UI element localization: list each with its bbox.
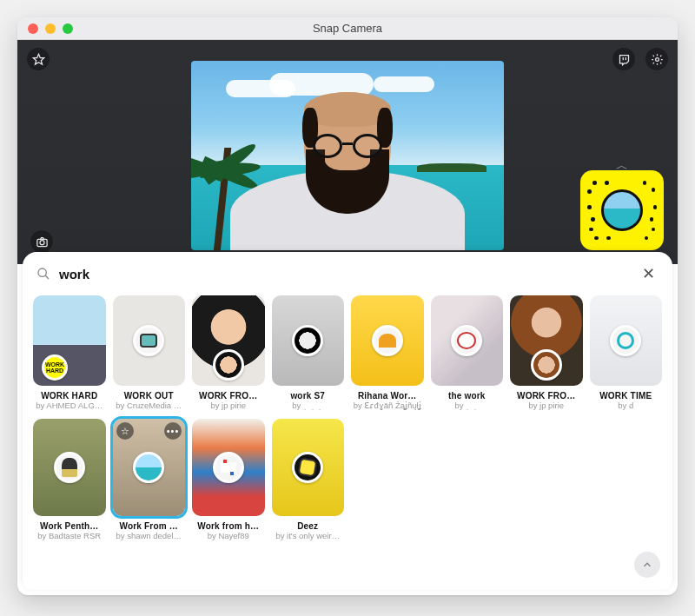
preview-person xyxy=(230,92,465,250)
svg-point-1 xyxy=(655,57,659,61)
lens-name: Work From … xyxy=(113,521,186,531)
lens-author: by AHMED ALG… xyxy=(33,401,106,410)
scroll-to-top-button[interactable] xyxy=(634,552,660,578)
lens-avatar xyxy=(54,452,85,483)
lens-avatar: WORKHARD xyxy=(42,354,68,381)
lens-author: by d xyxy=(590,401,663,410)
lens-grid: WORKHARD WORK HARD by AHMED ALG… WORK OU… xyxy=(23,290,672,549)
lens-author: by ﮼ ﮼ ﮼ xyxy=(272,401,345,410)
close-icon: ✕ xyxy=(642,265,655,282)
take-photo-button[interactable] xyxy=(30,229,54,254)
lens-card[interactable]: WORK FRO… by jp pirie xyxy=(192,295,265,410)
camera-preview-area: ︿ xyxy=(17,40,678,264)
lens-menu-button[interactable]: ••• xyxy=(164,422,182,440)
snapcode[interactable]: ︿ xyxy=(580,165,664,252)
lens-name: WORK HARD xyxy=(33,391,106,401)
lens-name: Rihana Wor… xyxy=(351,391,424,401)
lens-name: Deez xyxy=(272,521,345,531)
star-icon: ☆ xyxy=(121,426,129,437)
lens-card[interactable]: Work Penth… by Badtaste RSR xyxy=(33,419,106,540)
snapcode-icon xyxy=(601,189,643,231)
lens-card[interactable]: the work by ﮼ ﮼ xyxy=(431,295,504,410)
lens-author: by CruzeMedia … xyxy=(113,401,186,410)
clear-search-button[interactable]: ✕ xyxy=(639,264,659,283)
app-window: Snap Camera xyxy=(17,17,678,595)
star-icon xyxy=(32,53,45,66)
lens-author: by ﮼ ﮼ xyxy=(431,401,504,410)
chevron-up-icon xyxy=(641,559,653,571)
close-window-button[interactable] xyxy=(28,23,38,34)
svg-line-5 xyxy=(45,275,49,279)
lens-avatar xyxy=(372,325,403,356)
lens-author: by shawn dedel… xyxy=(113,531,186,540)
minimize-window-button[interactable] xyxy=(45,23,56,34)
svg-marker-0 xyxy=(33,54,44,64)
lens-name: WORK TIME xyxy=(590,391,663,401)
lens-card[interactable]: Deez by it's only weir… xyxy=(272,419,345,540)
lens-name: work S7 xyxy=(272,391,345,401)
search-bar: ✕ xyxy=(36,262,659,285)
camera-preview xyxy=(191,61,504,250)
lens-card[interactable]: work S7 by ﮼ ﮼ ﮼ xyxy=(272,295,345,410)
lens-name: WORK OUT xyxy=(113,391,186,401)
twitch-button[interactable] xyxy=(612,47,636,71)
lens-name: WORK FRO… xyxy=(192,391,265,401)
lens-avatar xyxy=(531,349,562,381)
lens-card[interactable]: WORK FRO… by jp pirie xyxy=(510,295,583,410)
gear-icon xyxy=(651,53,664,66)
lens-browser-panel: ✕ WORKHARD WORK HARD by AHMED ALG… WORK … xyxy=(23,252,672,590)
lens-avatar xyxy=(213,452,244,483)
lens-avatar xyxy=(213,349,244,381)
lens-name: the work xyxy=(431,391,504,401)
lens-author: by it's only weir… xyxy=(272,531,345,540)
maximize-window-button[interactable] xyxy=(63,23,73,34)
lens-avatar xyxy=(451,325,482,356)
twitch-icon xyxy=(618,53,631,66)
search-input[interactable] xyxy=(59,267,630,282)
lens-card[interactable]: WORK OUT by CruzeMedia … xyxy=(113,295,186,410)
lens-name: WORK FRO… xyxy=(510,391,583,401)
more-icon: ••• xyxy=(167,426,180,436)
titlebar: Snap Camera xyxy=(17,17,678,40)
camera-icon xyxy=(36,235,49,248)
lens-author: by jp pirie xyxy=(192,401,265,410)
lens-card[interactable]: WORKHARD WORK HARD by AHMED ALG… xyxy=(33,295,106,410)
favorite-lens-button[interactable]: ☆ xyxy=(116,422,134,440)
lens-avatar xyxy=(292,452,323,483)
lens-card[interactable]: Work from h… by Nayef89 xyxy=(192,419,265,540)
lens-avatar xyxy=(292,325,323,356)
lens-avatar xyxy=(133,325,164,356)
lens-card[interactable]: Rihana Wor… by Ɛɾđɣāñ Žąʝñųłʝ xyxy=(351,295,424,410)
lens-author: by Nayef89 xyxy=(192,531,265,540)
window-controls xyxy=(17,23,73,34)
window-title: Snap Camera xyxy=(17,22,678,35)
search-icon xyxy=(36,267,50,281)
lens-author: by Ɛɾđɣāñ Žąʝñųłʝ xyxy=(351,401,424,410)
lens-avatar xyxy=(610,325,641,356)
lens-name: Work from h… xyxy=(192,521,265,531)
settings-button[interactable] xyxy=(645,47,669,71)
lens-card-selected[interactable]: ☆ ••• Work From … by shawn dedel… xyxy=(113,419,186,540)
lens-name: Work Penth… xyxy=(33,521,106,531)
lens-author: by jp pirie xyxy=(510,401,583,410)
svg-point-3 xyxy=(40,240,44,244)
lens-author: by Badtaste RSR xyxy=(33,531,106,540)
favorites-button[interactable] xyxy=(26,47,50,71)
lens-avatar xyxy=(133,452,164,483)
lens-card[interactable]: WORK TIME by d xyxy=(590,295,663,410)
svg-point-4 xyxy=(38,268,46,276)
